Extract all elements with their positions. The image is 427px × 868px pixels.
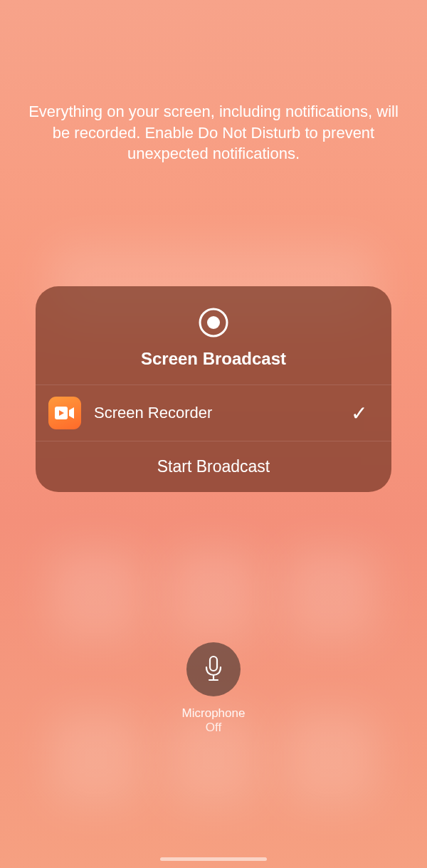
microphone-icon xyxy=(203,655,224,684)
microphone-section: Microphone Off xyxy=(0,642,427,735)
svg-rect-3 xyxy=(210,657,217,671)
microphone-labels: Microphone Off xyxy=(182,706,246,735)
checkmark-icon: ✓ xyxy=(351,402,367,425)
recording-warning-text: Everything on your screen, including not… xyxy=(28,101,399,164)
start-broadcast-button[interactable]: Start Broadcast xyxy=(36,441,391,492)
app-option-label: Screen Recorder xyxy=(94,404,338,422)
home-indicator[interactable] xyxy=(160,857,267,861)
screen-recorder-app-icon xyxy=(48,397,81,429)
microphone-state: Off xyxy=(182,721,246,735)
microphone-toggle-button[interactable] xyxy=(186,642,241,696)
app-option-screen-recorder[interactable]: Screen Recorder ✓ xyxy=(36,385,391,441)
svg-point-1 xyxy=(207,316,220,329)
panel-title: Screen Broadcast xyxy=(141,349,286,369)
record-icon xyxy=(199,308,228,338)
microphone-label: Microphone xyxy=(182,706,246,721)
screen-broadcast-panel: Screen Broadcast Screen Recorder ✓ Start… xyxy=(36,286,391,492)
panel-header: Screen Broadcast xyxy=(36,286,391,385)
